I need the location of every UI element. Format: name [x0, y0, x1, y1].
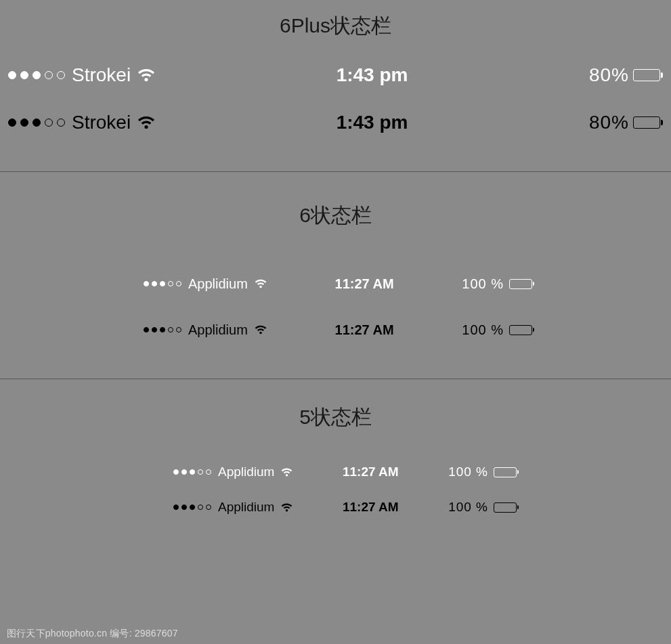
status-left: Strokei: [8, 64, 155, 86]
status-left: Applidium: [173, 465, 293, 479]
watermark-label: 图行天下photophoto.cn 编号: 29867607: [7, 628, 178, 640]
status-right: 100 %: [448, 465, 519, 479]
clock-label: 1:43 pm: [337, 112, 408, 133]
signal-strength-icon: [144, 281, 181, 286]
status-left: Applidium: [144, 322, 267, 338]
wifi-icon: [281, 468, 293, 477]
status-bar-5-dark: Applidium 11:27 AM 100 %: [0, 495, 671, 519]
section-6plus: 6Plus状态栏 Strokei 1:43 pm 80% Strokei: [0, 0, 671, 171]
battery-percent-label: 80%: [589, 64, 629, 86]
battery-percent-label: 100 %: [448, 465, 488, 479]
status-right: 80%: [589, 64, 663, 86]
section-5: 5状态栏 Applidium 11:27 AM 100 % Applidium: [0, 379, 671, 519]
status-left: Strokei: [8, 112, 155, 133]
clock-label: 11:27 AM: [335, 276, 394, 292]
wifi-icon: [137, 116, 155, 129]
signal-strength-icon: [8, 119, 65, 127]
clock-label: 11:27 AM: [343, 500, 399, 515]
battery-icon: [633, 69, 663, 81]
wifi-icon: [137, 68, 155, 82]
status-left: Applidium: [144, 276, 267, 292]
signal-strength-icon: [144, 327, 181, 332]
battery-icon: [633, 116, 663, 129]
battery-percent-label: 100 %: [448, 500, 488, 515]
section-title-6plus: 6Plus状态栏: [0, 0, 671, 59]
carrier-label: Applidium: [218, 465, 274, 479]
wifi-icon: [255, 325, 267, 335]
carrier-label: Applidium: [188, 276, 248, 292]
status-right: 100 %: [448, 500, 519, 515]
battery-percent-label: 80%: [589, 112, 629, 133]
battery-percent-label: 100 %: [462, 276, 504, 292]
signal-strength-icon: [173, 505, 211, 510]
status-bar-6plus-dark: Strokei 1:43 pm 80%: [0, 106, 671, 139]
status-right: 100 %: [462, 322, 534, 338]
wifi-icon: [281, 503, 293, 512]
battery-icon: [509, 279, 534, 289]
battery-icon: [494, 467, 519, 477]
clock-label: 11:27 AM: [343, 465, 399, 479]
carrier-label: Strokei: [72, 112, 131, 133]
signal-strength-icon: [173, 469, 211, 475]
battery-icon: [494, 502, 519, 513]
section-6: 6状态栏 Applidium 11:27 AM 100 % Applidium: [0, 172, 671, 379]
status-bar-5-light: Applidium 11:27 AM 100 %: [0, 460, 671, 484]
battery-percent-label: 100 %: [462, 322, 504, 338]
carrier-label: Applidium: [218, 500, 274, 515]
section-title-6: 6状态栏: [0, 181, 671, 270]
status-right: 100 %: [462, 276, 534, 292]
section-title-5: 5状态栏: [0, 379, 671, 460]
clock-label: 1:43 pm: [337, 64, 408, 86]
carrier-label: Applidium: [188, 322, 248, 338]
signal-strength-icon: [8, 71, 65, 79]
battery-icon: [509, 325, 534, 335]
clock-label: 11:27 AM: [335, 322, 394, 338]
status-left: Applidium: [173, 500, 293, 515]
status-right: 80%: [589, 112, 663, 133]
status-bar-6-dark: Applidium 11:27 AM 100 %: [0, 316, 671, 343]
wifi-icon: [255, 279, 267, 288]
status-bar-6-light: Applidium 11:27 AM 100 %: [0, 270, 671, 297]
status-bar-6plus-light: Strokei 1:43 pm 80%: [0, 59, 671, 91]
carrier-label: Strokei: [72, 64, 131, 86]
